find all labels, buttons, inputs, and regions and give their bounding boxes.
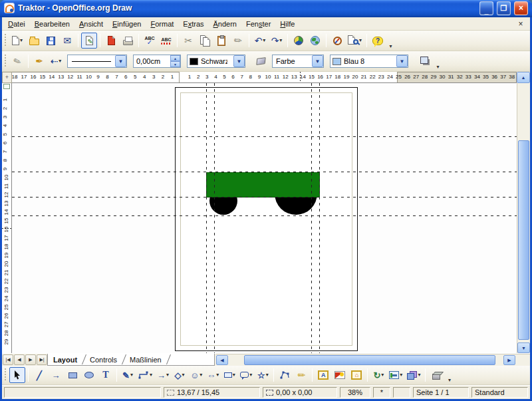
menu-format[interactable]: Format <box>146 19 178 29</box>
previous-page-button[interactable]: ◀ <box>14 354 25 365</box>
line-style-dropdown-icon[interactable]: ▼ <box>115 55 126 67</box>
new-document-button[interactable]: ▾ <box>9 33 25 49</box>
toolbar-overflow-button[interactable]: ▾ <box>445 374 454 383</box>
horizontal-scrollbar-thumb[interactable] <box>244 355 495 365</box>
menu-hilfe[interactable]: Hilfe <box>275 19 299 29</box>
block-arrows-button[interactable]: ⇔▾ <box>205 367 221 383</box>
stars-button[interactable]: ☆▾ <box>255 367 271 383</box>
glue-points-button[interactable]: ✏ <box>293 367 309 383</box>
flowchart-button[interactable]: ▾ <box>221 367 237 383</box>
horizontal-scrollbar-track[interactable] <box>228 354 503 366</box>
ellipse-tool-button[interactable] <box>81 367 97 383</box>
line-color-dropdown-icon[interactable]: ▼ <box>233 55 245 67</box>
snap-guide-vertical[interactable] <box>214 83 215 353</box>
paste-button[interactable] <box>213 33 229 49</box>
snap-guide-horizontal[interactable] <box>12 136 517 137</box>
menu-extras[interactable]: Extras <box>178 19 208 29</box>
tab-controls[interactable]: Controls <box>84 354 124 365</box>
menu-fenster[interactable]: Fenster <box>241 19 275 29</box>
menu-ansicht[interactable]: Ansicht <box>74 19 108 29</box>
status-position-cell[interactable]: 13,67 / 15,45 <box>164 387 260 398</box>
undo-button[interactable]: ↶▾ <box>252 33 268 49</box>
cut-button[interactable]: ✂ <box>180 33 196 49</box>
open-button[interactable] <box>26 33 42 49</box>
snap-guide-horizontal[interactable] <box>12 215 517 216</box>
menu-bearbeiten[interactable]: Bearbeiten <box>30 19 74 29</box>
snap-guide-vertical[interactable] <box>311 83 312 353</box>
snap-guide-vertical[interactable] <box>206 83 207 353</box>
help-button[interactable]: ? <box>370 33 386 49</box>
arrow-tool-button[interactable]: → <box>48 367 64 383</box>
tab-maßlinien[interactable]: Maßlinien <box>124 354 168 365</box>
vertical-scrollbar-thumb[interactable] <box>518 140 529 340</box>
menu-datei[interactable]: Datei <box>3 19 30 29</box>
scroll-right-button[interactable]: ▶ <box>503 355 515 365</box>
line-dialog-button[interactable]: ✒ <box>31 53 47 69</box>
maximize-button[interactable]: ❐ <box>497 1 511 15</box>
copy-button[interactable] <box>197 33 213 49</box>
scroll-down-button[interactable]: ▼ <box>517 342 530 353</box>
edit-points-mode-button[interactable]: ✏ <box>9 53 25 69</box>
arrange-button[interactable]: ▾ <box>405 367 422 383</box>
select-tool-button[interactable] <box>9 367 25 383</box>
fill-dialog-button[interactable] <box>253 53 269 69</box>
print-button[interactable] <box>120 33 136 49</box>
arrow-style-button[interactable]: ⇠▾ <box>48 53 64 69</box>
status-zoom-cell[interactable]: 38% <box>340 387 370 398</box>
rectangle-tool-button[interactable] <box>65 367 80 383</box>
scroll-left-button[interactable]: ◀ <box>216 355 228 365</box>
toolbar-overflow-button[interactable]: ▾ <box>386 40 395 49</box>
basic-shapes-button[interactable]: ◇▾ <box>172 367 188 383</box>
tab-layout[interactable]: Layout <box>48 354 84 365</box>
first-page-button[interactable]: |◀ <box>3 354 13 365</box>
line-width-field[interactable]: 0,00cm▲▼ <box>133 55 181 68</box>
text-tool-button[interactable]: T <box>98 367 114 383</box>
edit-mode-button[interactable]: ✎ <box>81 33 97 49</box>
menu-ndern[interactable]: Ändern <box>209 19 241 29</box>
curve-tool-button[interactable]: ✎▾ <box>120 367 136 383</box>
autospellcheck-button[interactable]: ABC <box>158 33 174 49</box>
toolbar-grip[interactable] <box>3 55 7 68</box>
shadow-button[interactable] <box>417 53 433 69</box>
status-style-cell[interactable]: Standard <box>471 387 528 398</box>
navigator-button[interactable] <box>329 33 345 49</box>
hyperlink-button[interactable] <box>307 33 323 49</box>
line-tool-button[interactable]: ╱ <box>31 367 47 383</box>
close-button[interactable]: × <box>514 1 528 15</box>
fill-type-dropdown-icon[interactable]: ▼ <box>312 55 323 67</box>
next-page-button[interactable]: ▶ <box>25 354 36 365</box>
menu-einfgen[interactable]: Einfügen <box>108 19 146 29</box>
toolbar-grip[interactable] <box>3 368 7 382</box>
line-color-select[interactable]: Schwarz▼ <box>187 55 245 68</box>
alignment-button[interactable]: ▾ <box>387 367 404 383</box>
vertical-ruler[interactable]: 1234567891011121314151617181920212223242… <box>2 83 12 353</box>
insert-chart-button[interactable] <box>291 33 307 49</box>
toolbar-overflow-button[interactable]: ▾ <box>434 61 442 70</box>
vertical-scrollbar[interactable]: ▼ <box>517 83 530 353</box>
symbol-shapes-button[interactable]: ☺▾ <box>188 367 204 383</box>
zoom-button[interactable]: ▾ <box>346 33 364 49</box>
redo-button[interactable]: ↷▾ <box>269 33 285 49</box>
fill-color-select[interactable]: Blau 8▼ <box>330 55 408 68</box>
export-pdf-button[interactable] <box>103 33 119 49</box>
horizontal-scrollbar[interactable]: ◀ ▶ <box>216 354 530 366</box>
extrusion-button[interactable] <box>428 367 444 383</box>
callouts-button[interactable]: ▾ <box>238 367 254 383</box>
gallery-button[interactable]: ⌂ <box>348 367 364 383</box>
save-button[interactable] <box>43 33 59 49</box>
format-paintbrush-button[interactable]: ✎ <box>230 33 246 49</box>
trailer-body-shape[interactable] <box>206 172 320 198</box>
snap-guide-horizontal[interactable] <box>12 197 517 198</box>
spellcheck-button[interactable]: ABC✓ <box>142 33 158 49</box>
email-button[interactable]: ✉ <box>59 33 75 49</box>
document-close-icon[interactable]: × <box>515 19 526 29</box>
fill-color-dropdown-icon[interactable]: ▼ <box>396 55 408 67</box>
snap-guide-vertical[interactable] <box>319 83 320 353</box>
line-width-spinner[interactable]: ▲▼ <box>170 55 180 67</box>
toolbar-grip[interactable] <box>3 34 7 47</box>
horizontal-ruler[interactable]: 1817161514131211109876543211234567891011… <box>12 72 517 83</box>
fill-type-select[interactable]: Farbe▼ <box>272 55 324 68</box>
ruler-origin-button[interactable]: + <box>2 72 12 83</box>
rotate-button[interactable]: ↻▾ <box>370 367 386 383</box>
edit-points-button[interactable] <box>277 367 293 383</box>
